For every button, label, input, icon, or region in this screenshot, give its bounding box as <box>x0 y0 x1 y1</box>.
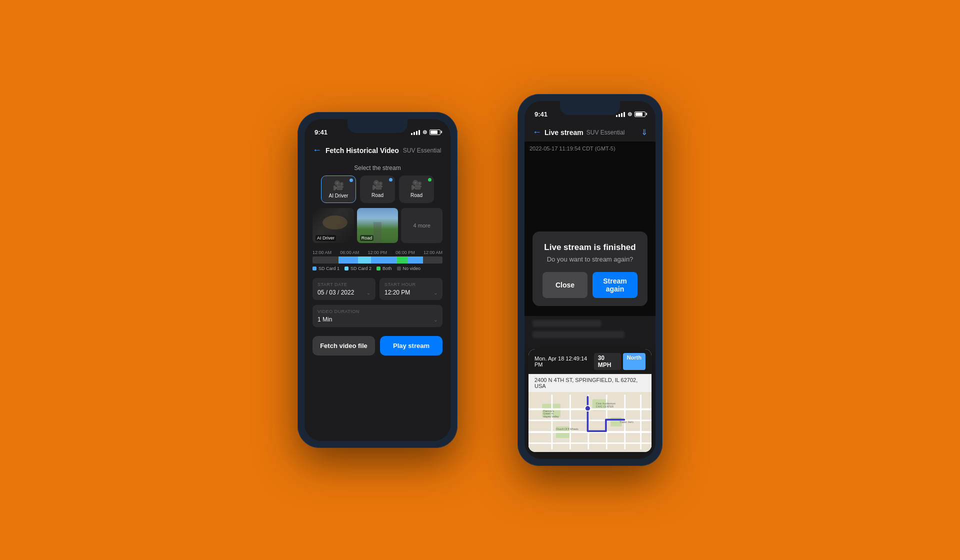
legend-both: Both <box>376 266 392 271</box>
start-hour-label: START HOUR <box>384 282 438 287</box>
timeline-label-1: 06:00 AM <box>340 250 359 255</box>
stream-label-2: Road <box>372 192 384 198</box>
blurred-content <box>524 316 656 346</box>
map-speed-badge: 30 MPH <box>594 353 621 370</box>
legend-sd2: SD Card 2 <box>344 266 372 271</box>
stream-dot-blue <box>350 178 353 182</box>
svg-text:Church Of 8 Wheels: Church Of 8 Wheels <box>556 428 579 430</box>
svg-text:CIVIC CENTER: CIVIC CENTER <box>596 405 614 408</box>
stream-label-3: Road <box>410 192 422 198</box>
nav-bar-left: ← Fetch Historical Video SUV Essential <box>304 141 450 160</box>
timeline-legend: SD Card 1 SD Card 2 Both No video <box>312 266 442 271</box>
wifi-icon: ⊜ <box>422 129 427 136</box>
status-icons-right: ⊜ <box>616 111 646 118</box>
status-time-left: 9:41 <box>314 128 328 136</box>
stream-option-road-1[interactable]: 🎥 Road <box>360 176 395 203</box>
notch <box>348 119 408 133</box>
thumbnail-road[interactable]: Road <box>357 208 398 243</box>
stream-option-road-2[interactable]: 🎥 Road <box>399 176 434 203</box>
back-button-right[interactable]: ← <box>532 127 542 138</box>
legend-label-sd2: SD Card 2 <box>350 266 372 271</box>
modal-overlay: Live stream is finished Do you want to s… <box>524 222 656 316</box>
start-date-field[interactable]: START DATE 05 / 03 / 2022 ⌄ <box>312 278 376 300</box>
stream-again-button[interactable]: Stream again <box>592 272 638 298</box>
chevron-duration: ⌄ <box>434 317 438 322</box>
page-title-left: Fetch Historical Video <box>326 146 399 154</box>
stream-section-label: Select the stream <box>304 164 450 172</box>
svg-rect-9 <box>552 394 553 449</box>
thumbnails: AI Driver Road 4 more <box>304 203 450 248</box>
map-datetime: Mon. Apr 18 12:49:14 PM <box>534 356 594 368</box>
wifi-icon-right: ⊜ <box>628 111 632 118</box>
legend-sd1: SD Card 1 <box>312 266 340 271</box>
map-direction-badge: North <box>623 353 646 370</box>
play-button[interactable]: Play stream <box>380 336 442 356</box>
video-timestamp: 2022-05-17 11:19:54 CDT (GMT-5) <box>530 146 616 152</box>
stream-label-1: AI Driver <box>329 193 348 198</box>
battery-icon <box>430 130 440 135</box>
screen-right: ← Live stream SUV Essential ⇓ 2022-05-17… <box>524 123 656 452</box>
action-buttons: Fetch video file Play stream <box>304 329 450 366</box>
more-label: 4 more <box>414 222 430 228</box>
left-phone: 9:41 ⊜ ← Fetch Historical Video SUV Es <box>298 112 458 448</box>
notch-right <box>560 101 620 115</box>
svg-point-15 <box>585 406 590 411</box>
svg-rect-8 <box>528 442 652 444</box>
chevron-date: ⌄ <box>366 290 370 296</box>
start-date-label: START DATE <box>318 282 370 287</box>
thumb-label-road: Road <box>360 235 374 241</box>
duration-label: VIDEO DURATION <box>318 309 438 314</box>
map-svg: Patricia's Green in Hayes Valley Civic A… <box>528 392 652 452</box>
legend-no-video: No video <box>397 266 421 271</box>
download-icon[interactable]: ⇓ <box>641 128 648 137</box>
stream-dot-blue-2 <box>389 178 392 182</box>
modal-buttons: Close Stream again <box>542 272 638 298</box>
right-phone: 9:41 ⊜ ← Live stream SU <box>518 94 662 466</box>
modal-title: Live stream is finished <box>542 242 638 252</box>
map-card: Mon. Apr 18 12:49:14 PM 30 MPH North 240… <box>528 349 652 452</box>
camera-icon-3: 🎥 <box>411 180 422 190</box>
start-hour-value: 12:20 PM ⌄ <box>384 289 438 296</box>
signal-icon <box>411 129 420 135</box>
legend-label-sd1: SD Card 1 <box>318 266 340 271</box>
back-button-left[interactable]: ← <box>312 145 322 156</box>
live-nav-left: ← Live stream SUV Essential <box>532 127 625 138</box>
timeline-label-3: 06:00 PM <box>396 250 415 255</box>
legend-label-no-video: No video <box>403 266 421 271</box>
stream-option-ai-driver[interactable]: 🎥 AI Driver <box>321 176 356 203</box>
video-area: 2022-05-17 11:19:54 CDT (GMT-5) <box>524 142 656 222</box>
start-date-value: 05 / 03 / 2022 ⌄ <box>318 289 370 296</box>
fetch-button[interactable]: Fetch video file <box>312 336 375 356</box>
map-address: 2400 N 4TH ST, SPRINGFIELD, IL 62702, US… <box>528 374 652 392</box>
svg-text:Trader Joe's: Trader Joe's <box>620 420 634 424</box>
thumbnail-driver[interactable]: AI Driver <box>312 208 354 243</box>
duration-field[interactable]: VIDEO DURATION 1 Min ⌄ <box>312 305 442 327</box>
duration-row: VIDEO DURATION 1 Min ⌄ <box>304 303 450 329</box>
timeline-labels: 12:00 AM 06:00 AM 12:00 PM 06:00 PM 12:0… <box>312 250 442 255</box>
stream-dot-green <box>428 178 432 182</box>
stream-options: 🎥 AI Driver 🎥 Road 🎥 Road <box>304 176 450 203</box>
live-nav: ← Live stream SUV Essential ⇓ <box>524 123 656 142</box>
status-time-right: 9:41 <box>534 110 548 118</box>
svg-text:Hayes Valley: Hayes Valley <box>543 415 559 418</box>
close-button[interactable]: Close <box>542 272 588 298</box>
modal-subtitle: Do you want to stream again? <box>542 256 638 263</box>
start-hour-field[interactable]: START HOUR 12:20 PM ⌄ <box>380 278 442 300</box>
thumbnail-more[interactable]: 4 more <box>401 208 442 243</box>
legend-label-both: Both <box>382 266 392 271</box>
live-title: Live stream <box>544 128 584 136</box>
timeline-bar[interactable] <box>312 256 442 264</box>
map-body: Patricia's Green in Hayes Valley Civic A… <box>528 392 652 452</box>
chevron-hour: ⌄ <box>434 290 438 296</box>
timeline-label-0: 12:00 AM <box>312 250 332 255</box>
map-header-badges: 30 MPH North <box>594 353 646 370</box>
camera-icon-2: 🎥 <box>372 180 383 190</box>
camera-icon-1: 🎥 <box>333 180 344 191</box>
status-icons-left: ⊜ <box>411 129 440 136</box>
duration-value: 1 Min ⌄ <box>318 316 438 323</box>
thumb-label-driver: AI Driver <box>316 235 336 241</box>
live-subtitle: SUV Essential <box>586 129 625 136</box>
battery-icon-right <box>634 112 646 117</box>
timeline: 12:00 AM 06:00 AM 12:00 PM 06:00 PM 12:0… <box>304 248 450 275</box>
svg-rect-10 <box>570 394 571 449</box>
